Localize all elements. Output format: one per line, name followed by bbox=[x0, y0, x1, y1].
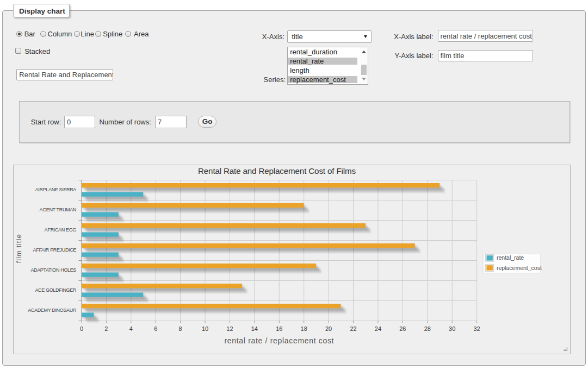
svg-text:AIRPLANE SIERRA: AIRPLANE SIERRA bbox=[35, 187, 77, 192]
svg-text:rental_rate: rental_rate bbox=[497, 254, 524, 261]
svg-text:ADAPTATION HOLES: ADAPTATION HOLES bbox=[30, 267, 76, 273]
svg-text:AGENT TRUMAN: AGENT TRUMAN bbox=[40, 207, 76, 212]
svg-text:16: 16 bbox=[276, 325, 282, 332]
svg-text:film title: film title bbox=[15, 234, 23, 263]
svg-text:0: 0 bbox=[80, 325, 83, 332]
svg-text:20: 20 bbox=[325, 325, 332, 332]
svg-text:30: 30 bbox=[449, 325, 455, 332]
svg-text:Rental Rate and Replacement Co: Rental Rate and Replacement Cost of Film… bbox=[198, 166, 356, 175]
svg-text:12: 12 bbox=[226, 325, 233, 332]
svg-text:rental rate / replacement cost: rental rate / replacement cost bbox=[225, 336, 334, 345]
svg-text:ACADEMY DINOSAUR: ACADEMY DINOSAUR bbox=[28, 308, 77, 313]
svg-text:8: 8 bbox=[179, 325, 182, 332]
svg-text:24: 24 bbox=[375, 325, 381, 332]
svg-text:AFFAIR PREJUDICE: AFFAIR PREJUDICE bbox=[33, 247, 77, 253]
svg-text:6: 6 bbox=[154, 325, 157, 332]
svg-text:26: 26 bbox=[399, 325, 406, 332]
svg-text:AFRICAN EGG: AFRICAN EGG bbox=[45, 227, 77, 233]
svg-text:replacement_cost: replacement_cost bbox=[497, 265, 542, 271]
svg-text:4: 4 bbox=[129, 325, 133, 332]
svg-text:ACE GOLDFINGER: ACE GOLDFINGER bbox=[35, 287, 76, 293]
svg-text:22: 22 bbox=[350, 325, 356, 332]
svg-text:28: 28 bbox=[424, 325, 431, 332]
svg-text:2: 2 bbox=[104, 325, 108, 332]
svg-text:10: 10 bbox=[202, 325, 208, 332]
svg-text:14: 14 bbox=[251, 325, 258, 332]
svg-text:18: 18 bbox=[301, 325, 307, 332]
svg-text:32: 32 bbox=[473, 325, 480, 332]
